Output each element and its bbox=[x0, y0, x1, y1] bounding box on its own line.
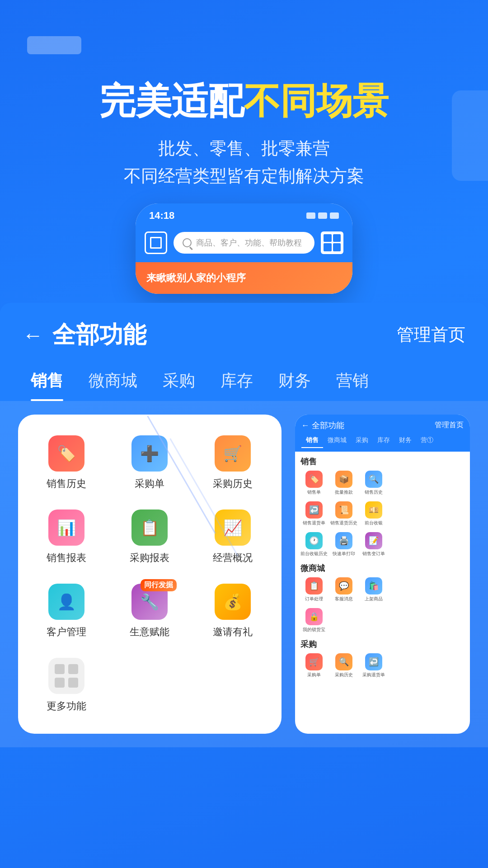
rph-tabs: 销售 微商城 采购 库存 财务 营① bbox=[301, 434, 464, 448]
tab-wechat-shop[interactable]: 微商城 bbox=[76, 363, 150, 401]
search-icon bbox=[183, 238, 192, 247]
menu-card: ← 全部功能 管理首页 销售 微商城 采购 库存 财务 营销 bbox=[0, 303, 488, 401]
tab-purchase[interactable]: 采购 bbox=[150, 363, 208, 401]
icon-label: 更多功能 bbox=[47, 699, 86, 713]
section-purchase: 采购 🛒 采购单 🔍 采购历史 ↩️ 采购退货单 bbox=[300, 639, 465, 678]
icon-label: 生意赋能 bbox=[130, 625, 169, 639]
rph-icon: 💬 bbox=[335, 577, 352, 594]
icon-label: 销售报表 bbox=[47, 551, 86, 565]
wechat-icon-row2: 🔒 我的锁货宝 bbox=[300, 608, 465, 632]
rph-label: 前台收银历史 bbox=[300, 551, 328, 557]
scan-icon bbox=[145, 231, 167, 254]
list-item[interactable]: 🛒 采购单 bbox=[300, 653, 328, 678]
search-input-mock: 商品、客户、功能、帮助教程 bbox=[174, 232, 314, 254]
list-item[interactable]: 💴 前台收银 bbox=[360, 501, 387, 526]
icon-purchase-report: 📋 bbox=[131, 509, 168, 546]
left-phone: 🏷️ 销售历史 ➕ 采购单 🛒 采购历史 📊 bbox=[18, 415, 282, 734]
sales-icon-row2: ↩️ 销售退货单 📜 销售退货历史 💴 前台收银 bbox=[300, 501, 465, 526]
subtitle: 批发、零售、批零兼营 不同经营类型皆有定制解决方案 bbox=[27, 135, 461, 190]
phone-search-bar: 商品、客户、功能、帮助教程 bbox=[136, 226, 352, 262]
list-item[interactable]: 🔍 采购历史 bbox=[330, 653, 357, 678]
icon-sales-report: 📊 bbox=[48, 509, 84, 546]
list-item[interactable]: 🛍️ 上架商品 bbox=[360, 577, 387, 602]
rph-label: 采购退货单 bbox=[362, 672, 385, 678]
list-item[interactable]: 📋 采购报表 bbox=[110, 502, 189, 572]
list-item[interactable]: 📝 销售变订单 bbox=[360, 532, 387, 557]
list-item[interactable]: ↩️ 销售退货单 bbox=[300, 501, 328, 526]
rph-icon: 🛍️ bbox=[365, 577, 382, 594]
list-item[interactable]: 🏷️ 销售单 bbox=[300, 471, 328, 495]
section-title-purchase: 采购 bbox=[300, 639, 465, 650]
list-item[interactable]: 🕐 前台收银历史 bbox=[300, 532, 328, 557]
rph-icon: 📜 bbox=[335, 501, 352, 519]
rph-tab-finance[interactable]: 财务 bbox=[394, 434, 416, 448]
menu-header: ← 全部功能 管理首页 bbox=[0, 303, 488, 363]
rph-tab-sales[interactable]: 销售 bbox=[301, 434, 323, 448]
rph-icon: 🔍 bbox=[335, 653, 352, 670]
rph-label: 销售退货历史 bbox=[330, 520, 357, 526]
list-item[interactable]: 🔍 销售历史 bbox=[360, 471, 387, 495]
rph-icon: ↩️ bbox=[305, 501, 323, 519]
back-arrow-icon[interactable]: ← bbox=[23, 323, 43, 347]
list-item[interactable]: 📦 批量推款 bbox=[330, 471, 357, 495]
rph-label: 批量推款 bbox=[335, 490, 353, 495]
icon-customer-mgmt: 👤 bbox=[48, 584, 84, 620]
icon-label: 经营概况 bbox=[213, 551, 253, 565]
list-item[interactable]: ↩️ 采购退货单 bbox=[360, 653, 387, 678]
icon-label: 邀请有礼 bbox=[213, 625, 253, 639]
rph-icon: 🕐 bbox=[305, 532, 323, 549]
phone-icon-2 bbox=[318, 212, 327, 219]
list-item[interactable]: 💰 邀请有礼 bbox=[193, 576, 272, 646]
tab-inventory[interactable]: 库存 bbox=[208, 363, 266, 401]
rph-label: 客服消息 bbox=[335, 596, 353, 602]
rph-icon: 🖨️ bbox=[335, 532, 352, 549]
headline: 完美适配不同场景 bbox=[27, 81, 461, 121]
section-title-wechat: 微商城 bbox=[300, 563, 465, 574]
search-placeholder: 商品、客户、功能、帮助教程 bbox=[196, 237, 302, 248]
tab-marketing[interactable]: 营销 bbox=[324, 363, 381, 401]
rph-content: 销售 🏷️ 销售单 📦 批量推款 🔍 销售历史 bbox=[295, 452, 470, 689]
phone-icon-1 bbox=[306, 212, 315, 219]
phone-status-bar: 14:18 bbox=[136, 203, 352, 226]
rph-tab-inventory[interactable]: 库存 bbox=[373, 434, 394, 448]
rph-label: 销售变订单 bbox=[362, 551, 385, 557]
list-item[interactable]: ➕ 采购单 bbox=[110, 428, 189, 498]
rph-label: 销售单 bbox=[307, 490, 321, 495]
rph-label: 订单处理 bbox=[305, 596, 323, 602]
list-item[interactable]: 更多功能 bbox=[27, 651, 106, 720]
icon-label: 销售历史 bbox=[47, 477, 86, 491]
tab-finance[interactable]: 财务 bbox=[266, 363, 324, 401]
rph-tab-wechat[interactable]: 微商城 bbox=[323, 434, 351, 448]
rph-tab-purchase[interactable]: 采购 bbox=[351, 434, 373, 448]
menu-title-area: ← 全部功能 bbox=[23, 319, 146, 351]
section-wechat: 微商城 📋 订单处理 💬 客服消息 🛍️ 上架商品 bbox=[300, 563, 465, 632]
rph-tab-marketing[interactable]: 营① bbox=[416, 434, 438, 448]
manage-home-link[interactable]: 管理首页 bbox=[397, 323, 465, 346]
icon-purchase-history: 🛒 bbox=[215, 435, 251, 472]
rph-label: 快速单打印 bbox=[333, 551, 355, 557]
list-item[interactable]: 🏷️ 销售历史 bbox=[27, 428, 106, 498]
list-item[interactable]: 📜 销售退货历史 bbox=[330, 501, 357, 526]
list-item[interactable]: 👤 客户管理 bbox=[27, 576, 106, 646]
rph-label: 销售退货单 bbox=[303, 520, 325, 526]
list-item[interactable]: 📊 销售报表 bbox=[27, 502, 106, 572]
list-item[interactable]: 🔧 同行发掘 生意赋能 bbox=[110, 576, 189, 646]
rph-label: 销售历史 bbox=[365, 490, 383, 495]
list-item[interactable]: 🖨️ 快速单打印 bbox=[330, 532, 357, 557]
rph-icon: ↩️ bbox=[365, 653, 382, 670]
list-item[interactable]: 🔒 我的锁货宝 bbox=[300, 608, 328, 632]
icon-label: 采购单 bbox=[135, 477, 164, 491]
qr-icon bbox=[321, 231, 343, 254]
list-item[interactable]: 🛒 采购历史 bbox=[193, 428, 272, 498]
list-item[interactable]: 💬 客服消息 bbox=[330, 577, 357, 602]
top-section: 完美适配不同场景 批发、零售、批零兼营 不同经营类型皆有定制解决方案 ✓ 14:… bbox=[0, 0, 488, 312]
rph-manage-home[interactable]: 管理首页 bbox=[435, 420, 464, 430]
icon-label: 采购报表 bbox=[130, 551, 169, 565]
badge-tag: 同行发掘 bbox=[141, 579, 177, 591]
rph-icon: 📝 bbox=[365, 532, 382, 549]
rph-icon: 🔍 bbox=[365, 471, 382, 488]
rph-back[interactable]: ← 全部功能 bbox=[301, 420, 344, 431]
tab-sales[interactable]: 销售 bbox=[18, 363, 76, 401]
list-item[interactable]: 📋 订单处理 bbox=[300, 577, 328, 602]
list-item[interactable]: 📈 经营概况 bbox=[193, 502, 272, 572]
